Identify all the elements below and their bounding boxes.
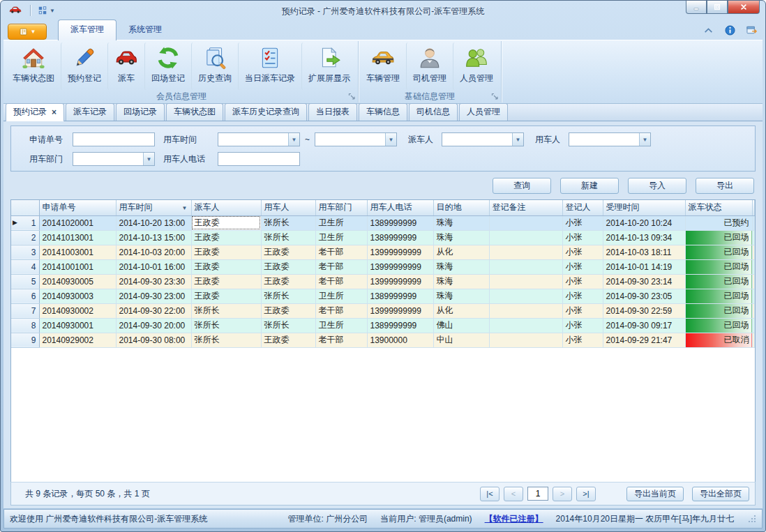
doc-tab[interactable]: 人员管理 xyxy=(459,103,508,121)
ribbon-button-driver[interactable]: 司机管理 xyxy=(406,43,453,90)
cell[interactable]: 2014-10-01 16:00 xyxy=(116,259,191,274)
cell[interactable]: 2014-09-30 20:00 xyxy=(116,318,191,333)
ribbon-button-car[interactable]: 派车 xyxy=(107,43,144,90)
column-header[interactable]: 派车人 xyxy=(191,200,261,215)
cell[interactable]: 2014-10-20 10:24 xyxy=(603,215,685,230)
cell[interactable]: 小张 xyxy=(562,230,603,245)
column-header[interactable]: 登记人 xyxy=(562,200,603,215)
close-tab-icon[interactable]: × xyxy=(52,109,57,116)
cell[interactable]: 1389999999 xyxy=(367,318,433,333)
cell[interactable]: 王政委 xyxy=(191,245,261,259)
cell[interactable]: 2014-09-30 23:30 xyxy=(116,274,191,289)
doc-tab[interactable]: 派车历史记录查询 xyxy=(225,103,307,121)
export-all-pages-button[interactable]: 导出全部页 xyxy=(692,487,749,501)
cell[interactable]: 老干部 xyxy=(315,274,367,289)
cell[interactable]: 张所长 xyxy=(191,303,261,318)
status-cell[interactable]: 已回场 xyxy=(685,318,752,333)
cell[interactable]: 小张 xyxy=(562,303,603,318)
status-cell[interactable]: 已回场 xyxy=(685,274,752,289)
ribbon-button-history-search[interactable]: 历史查询 xyxy=(191,43,238,90)
column-header[interactable]: 受理时间 xyxy=(603,200,685,215)
cell[interactable]: 2014-10-03 20:00 xyxy=(116,245,191,259)
cell[interactable] xyxy=(489,289,562,303)
resize-grip[interactable] xyxy=(748,515,756,523)
prev-page-button[interactable]: < xyxy=(504,487,523,501)
status-cell[interactable]: 已回场 xyxy=(685,303,752,318)
cell[interactable]: 1389999999 xyxy=(367,215,433,230)
cell[interactable]: 老干部 xyxy=(315,245,367,259)
column-header[interactable]: 目的地 xyxy=(433,200,489,215)
column-header[interactable]: 用车人 xyxy=(261,200,315,215)
cell[interactable]: 佛山 xyxy=(433,318,489,333)
cell[interactable]: 2014-10-13 09:34 xyxy=(603,230,685,245)
collapse-ribbon-icon[interactable] xyxy=(703,25,714,36)
table-row[interactable]: 9201409290022014-09-30 08:00张所长王政委老干部139… xyxy=(11,333,755,347)
chevron-down-icon[interactable]: ▼ xyxy=(385,133,396,146)
about-window-icon[interactable] xyxy=(746,25,757,36)
cell[interactable]: 2014-10-20 13:00 xyxy=(116,215,191,230)
ribbon-button-checklist[interactable]: 当日派车记录 xyxy=(238,43,301,90)
cell[interactable]: 2014-09-30 22:59 xyxy=(603,303,685,318)
column-header[interactable]: 申请单号 xyxy=(39,200,116,215)
status-cell[interactable]: 已回场 xyxy=(685,289,752,303)
status-cell[interactable]: 已取消 xyxy=(685,333,752,347)
table-row[interactable]: 5201409300052014-09-30 23:30王政委王政委老干部139… xyxy=(11,274,755,289)
cell[interactable]: 1389999999 xyxy=(367,230,433,245)
close-button[interactable] xyxy=(728,1,760,14)
cell[interactable]: 20141003001 xyxy=(39,245,116,259)
column-header[interactable]: 用车时间▼ xyxy=(116,200,191,215)
query-button[interactable]: 查询 xyxy=(493,178,551,194)
chevron-down-icon[interactable]: ▼ xyxy=(143,153,154,165)
cell[interactable]: 王政委 xyxy=(191,230,261,245)
qat-dropdown-icon[interactable]: ▼ xyxy=(50,8,55,14)
chevron-down-icon[interactable]: ▼ xyxy=(639,133,650,146)
license-registered-link[interactable]: 【软件已注册】 xyxy=(485,513,543,525)
ribbon-tab[interactable]: 派车管理 xyxy=(58,20,117,40)
cell[interactable]: 小张 xyxy=(562,274,603,289)
status-cell[interactable]: 已回场 xyxy=(685,259,752,274)
cell[interactable]: 王政委 xyxy=(191,274,261,289)
cell[interactable]: 珠海 xyxy=(433,230,489,245)
cell[interactable]: 小张 xyxy=(562,259,603,274)
order-no-input[interactable] xyxy=(73,132,155,146)
cell[interactable]: 从化 xyxy=(433,245,489,259)
cell[interactable]: 小张 xyxy=(562,245,603,259)
cell[interactable]: 张所长 xyxy=(261,289,315,303)
cell[interactable]: 老干部 xyxy=(315,333,367,347)
table-row[interactable]: 3201410030012014-10-03 20:00王政委王政委老干部139… xyxy=(11,245,755,259)
row-indicator[interactable]: 4 xyxy=(11,259,39,274)
doc-tab[interactable]: 预约记录× xyxy=(6,103,64,121)
row-indicator[interactable]: 6 xyxy=(11,289,39,303)
cell[interactable]: 王政委 xyxy=(191,259,261,274)
cell[interactable] xyxy=(489,318,562,333)
cell[interactable]: 张所长 xyxy=(191,333,261,347)
cell[interactable] xyxy=(489,245,562,259)
cell[interactable]: 珠海 xyxy=(433,289,489,303)
cell[interactable]: 13999999999 xyxy=(367,259,433,274)
cell[interactable]: 珠海 xyxy=(433,259,489,274)
cell[interactable]: 卫生所 xyxy=(315,215,367,230)
restore-button[interactable] xyxy=(707,1,728,14)
cell[interactable]: 20141001001 xyxy=(39,259,116,274)
status-cell[interactable]: 已预约 xyxy=(685,215,752,230)
cell[interactable]: 1389999999 xyxy=(367,289,433,303)
cell[interactable]: 小张 xyxy=(562,215,603,230)
column-header[interactable]: 派车状态 xyxy=(685,200,752,215)
cell[interactable]: 老干部 xyxy=(315,259,367,274)
cell[interactable]: 2014-09-30 23:05 xyxy=(603,289,685,303)
cell[interactable]: 13999999999 xyxy=(367,274,433,289)
cell[interactable]: 2014-09-30 23:14 xyxy=(603,274,685,289)
doc-tab[interactable]: 司机信息 xyxy=(409,103,458,121)
doc-tab[interactable]: 车辆信息 xyxy=(359,103,407,121)
cell[interactable]: 卫生所 xyxy=(315,289,367,303)
import-button[interactable]: 导入 xyxy=(628,178,686,194)
ribbon-button-people[interactable]: 人员管理 xyxy=(453,43,500,90)
cell[interactable]: 2014-10-13 15:00 xyxy=(116,230,191,245)
cell[interactable] xyxy=(489,215,562,230)
row-indicator[interactable]: 7 xyxy=(11,303,39,318)
doc-tab[interactable]: 派车记录 xyxy=(66,103,114,121)
dialog-launcher-icon[interactable] xyxy=(491,93,499,100)
doc-tab[interactable]: 车辆状态图 xyxy=(166,103,223,121)
cell[interactable] xyxy=(489,230,562,245)
first-page-button[interactable]: |< xyxy=(480,487,500,501)
